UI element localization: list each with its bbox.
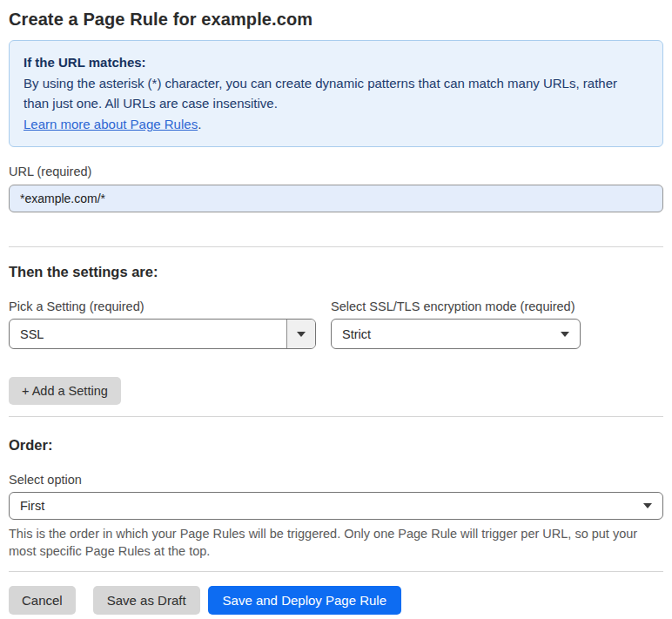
chevron-down-icon (297, 332, 306, 337)
info-box-heading: If the URL matches: (24, 52, 648, 72)
divider (9, 246, 663, 247)
learn-more-link[interactable]: Learn more about Page Rules (24, 117, 198, 131)
order-section-heading: Order: (9, 436, 663, 454)
pick-setting-value: SSL (10, 327, 286, 341)
encryption-mode-label: Select SSL/TLS encryption mode (required… (331, 299, 581, 313)
url-input[interactable] (9, 185, 663, 212)
divider (9, 571, 663, 572)
page-title: Create a Page Rule for example.com (9, 7, 663, 31)
footer-actions: Cancel Save as Draft Save and Deploy Pag… (9, 586, 663, 615)
page-rule-form: Create a Page Rule for example.com If th… (0, 0, 672, 615)
add-setting-button[interactable]: + Add a Setting (9, 377, 121, 405)
setting-selects-row: SSL Strict (9, 319, 663, 349)
link-suffix: . (198, 117, 201, 131)
save-as-draft-button[interactable]: Save as Draft (93, 586, 200, 615)
url-match-info-box: If the URL matches: By using the asteris… (9, 40, 663, 147)
select-arrow-area (633, 492, 662, 521)
order-select-value: First (10, 499, 633, 513)
order-select[interactable]: First (9, 492, 663, 520)
info-box-body: By using the asterisk (*) character, you… (24, 73, 638, 113)
setting-labels-row: Pick a Setting (required) Select SSL/TLS… (9, 299, 663, 313)
chevron-down-icon (643, 503, 652, 508)
encryption-mode-value: Strict (332, 327, 550, 341)
order-select-label: Select option (9, 473, 663, 487)
save-and-deploy-button[interactable]: Save and Deploy Page Rule (208, 586, 401, 615)
chevron-down-icon (561, 332, 569, 337)
divider (9, 416, 663, 417)
url-field-label: URL (required) (9, 165, 663, 178)
pick-setting-label: Pick a Setting (required) (9, 299, 331, 313)
cancel-button[interactable]: Cancel (9, 586, 76, 615)
settings-section-heading: Then the settings are: (9, 263, 663, 280)
info-box-link-line: Learn more about Page Rules. (24, 114, 648, 134)
select-arrow-box (286, 320, 315, 348)
select-arrow-area (550, 320, 580, 348)
order-help-text: This is the order in which your Page Rul… (9, 525, 663, 560)
pick-setting-select[interactable]: SSL (9, 319, 316, 349)
encryption-mode-select[interactable]: Strict (331, 319, 581, 349)
